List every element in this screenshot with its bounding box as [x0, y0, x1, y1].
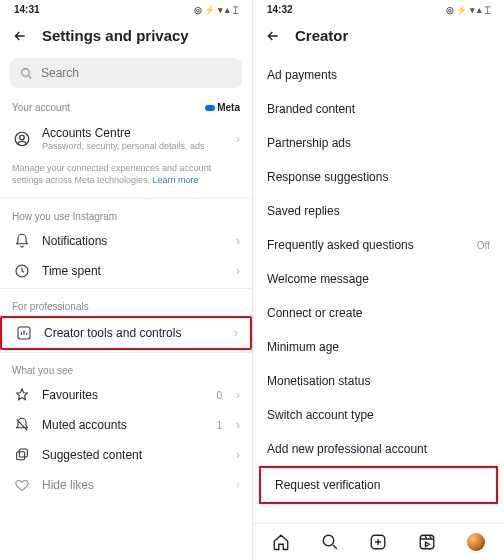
header: Creator [253, 17, 504, 58]
chevron-right-icon: › [234, 326, 238, 340]
header: Settings and privacy [0, 17, 252, 58]
creator-tools-row[interactable]: Creator tools and controls › [0, 316, 252, 350]
back-button[interactable] [265, 28, 281, 44]
request-verification-row[interactable]: Request verification [259, 466, 498, 504]
page-title: Creator [295, 27, 348, 44]
notifications-row[interactable]: Notifications › [0, 226, 252, 256]
bottom-nav [253, 523, 504, 560]
chevron-right-icon: › [236, 234, 240, 248]
minimum-age-row[interactable]: Minimum age [253, 330, 504, 364]
favourites-row[interactable]: Favourites 0 › [0, 380, 252, 410]
divider [0, 352, 252, 353]
what-you-see-label: What you see [0, 359, 252, 380]
status-bar: 14:31 ◎ ⚡ ▾ ▴ ⌶ [0, 0, 252, 17]
stack-icon [12, 447, 32, 463]
faq-state: Off [477, 240, 490, 251]
accounts-centre-row[interactable]: Accounts Centre Password, security, pers… [0, 119, 252, 158]
svg-point-2 [20, 135, 25, 140]
muted-accounts-row[interactable]: Muted accounts 1 › [0, 410, 252, 440]
svg-point-7 [323, 535, 334, 546]
chart-icon [14, 325, 34, 341]
account-icon [12, 130, 32, 148]
svg-rect-5 [17, 452, 25, 460]
creator-list: Ad payments Branded content Partnership … [253, 58, 504, 504]
back-button[interactable] [12, 28, 28, 44]
svg-rect-6 [19, 449, 27, 457]
your-account-label: Your account [12, 102, 70, 113]
switch-account-type-row[interactable]: Switch account type [253, 398, 504, 432]
screen-settings: 14:31 ◎ ⚡ ▾ ▴ ⌶ Settings and privacy You… [0, 0, 252, 560]
add-professional-account-row[interactable]: Add new professional account [253, 432, 504, 466]
branded-content-row[interactable]: Branded content [253, 92, 504, 126]
suggested-content-row[interactable]: Suggested content › [0, 440, 252, 470]
clock-icon [12, 263, 32, 279]
heart-icon [12, 477, 32, 493]
page-title: Settings and privacy [42, 27, 189, 44]
create-icon[interactable] [368, 532, 388, 552]
chevron-right-icon: › [236, 388, 240, 402]
reels-icon[interactable] [417, 532, 437, 552]
meta-logo-icon [205, 105, 215, 111]
chevron-right-icon: › [236, 478, 240, 492]
learn-more-link[interactable]: Learn more [153, 175, 199, 185]
home-icon[interactable] [271, 532, 291, 552]
clock: 14:32 [267, 4, 293, 15]
screen-creator: 14:32 ◎ ⚡ ▾ ▴ ⌶ Creator Ad payments Bran… [252, 0, 504, 560]
svg-point-0 [22, 68, 30, 76]
status-icons: ◎ ⚡ ▾ ▴ ⌶ [194, 5, 238, 15]
favourites-count: 0 [216, 390, 222, 401]
divider [0, 288, 252, 289]
welcome-message-row[interactable]: Welcome message [253, 262, 504, 296]
how-you-use-label: How you use Instagram [0, 205, 252, 226]
clock: 14:31 [14, 4, 40, 15]
chevron-right-icon: › [236, 132, 240, 146]
bell-off-icon [12, 417, 32, 433]
time-spent-row[interactable]: Time spent › [0, 256, 252, 286]
muted-count: 1 [216, 420, 222, 431]
profile-avatar[interactable] [466, 532, 486, 552]
for-professionals-label: For professionals [0, 295, 252, 316]
search-nav-icon[interactable] [320, 532, 340, 552]
svg-rect-9 [420, 535, 434, 549]
avatar-icon [467, 533, 485, 551]
search-bar[interactable] [10, 58, 242, 88]
your-account-header: Your account Meta [0, 100, 252, 119]
connect-or-create-row[interactable]: Connect or create [253, 296, 504, 330]
monetisation-status-row[interactable]: Monetisation status [253, 364, 504, 398]
chevron-right-icon: › [236, 264, 240, 278]
search-icon [20, 67, 33, 80]
meta-brand: Meta [205, 102, 240, 113]
faq-row[interactable]: Frequently asked questionsOff [253, 228, 504, 262]
bell-icon [12, 233, 32, 249]
divider [0, 198, 252, 199]
search-input[interactable] [41, 66, 232, 80]
status-icons: ◎ ⚡ ▾ ▴ ⌶ [446, 5, 490, 15]
accounts-centre-sub: Password, security, personal details, ad… [42, 141, 226, 151]
hide-likes-row[interactable]: Hide likes › [0, 470, 252, 500]
status-bar: 14:32 ◎ ⚡ ▾ ▴ ⌶ [253, 0, 504, 17]
ad-payments-row[interactable]: Ad payments [253, 58, 504, 92]
chevron-right-icon: › [236, 418, 240, 432]
saved-replies-row[interactable]: Saved replies [253, 194, 504, 228]
accounts-centre-title: Accounts Centre [42, 126, 226, 140]
chevron-right-icon: › [236, 448, 240, 462]
partnership-ads-row[interactable]: Partnership ads [253, 126, 504, 160]
response-suggestions-row[interactable]: Response suggestions [253, 160, 504, 194]
fineprint: Manage your connected experiences and ac… [0, 158, 252, 196]
star-icon [12, 387, 32, 403]
